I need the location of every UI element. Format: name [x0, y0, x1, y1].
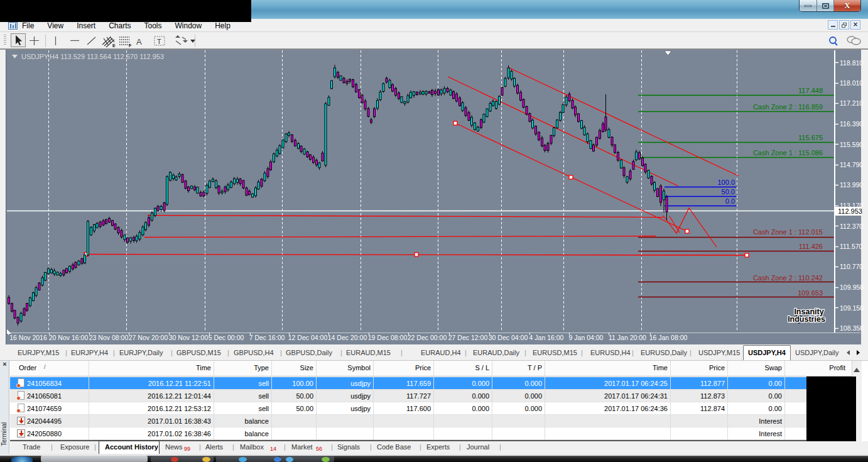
svg-text:A: A	[136, 37, 142, 47]
svg-text:Cash Zone 2 : 110.242: Cash Zone 2 : 110.242	[753, 274, 823, 282]
svg-text:9 Jan 04:00: 9 Jan 04:00	[569, 334, 604, 341]
svg-text:112.370: 112.370	[840, 223, 863, 230]
svg-text:114.790: 114.790	[840, 161, 863, 168]
svg-text:E: E	[112, 43, 116, 48]
svg-text:T: T	[157, 38, 161, 45]
svg-text:20 Nov 16:00: 20 Nov 16:00	[49, 334, 89, 341]
svg-text:108.350: 108.350	[840, 324, 864, 332]
svg-text:109.950: 109.950	[840, 283, 864, 291]
svg-text:11 Jan 20:00: 11 Jan 20:00	[609, 334, 646, 341]
svg-text:118.810: 118.810	[840, 59, 863, 67]
svg-text:117.210: 117.210	[840, 99, 863, 107]
svg-text:7 Dec 16:00: 7 Dec 16:00	[249, 334, 285, 341]
svg-text:16 Nov 2016: 16 Nov 2016	[9, 334, 47, 341]
svg-text:Cash Zone 2 : 116.859: Cash Zone 2 : 116.859	[753, 103, 823, 111]
svg-text:Industries: Industries	[788, 315, 825, 324]
svg-text:22 Dec 00:00: 22 Dec 00:00	[408, 334, 447, 341]
svg-text:115.675: 115.675	[798, 134, 823, 141]
svg-text:12 Dec 04:00: 12 Dec 04:00	[288, 334, 328, 341]
svg-text:14 Dec 20:00: 14 Dec 20:00	[328, 334, 367, 341]
svg-text:Cash Zone 1 : 115.086: Cash Zone 1 : 115.086	[753, 149, 823, 157]
svg-text:50.0: 50.0	[722, 188, 735, 195]
svg-text:116.390: 116.390	[840, 120, 863, 128]
svg-text:27 Nov 20:00: 27 Nov 20:00	[129, 334, 168, 341]
svg-text:111.570: 111.570	[840, 243, 863, 250]
svg-text:30 Dec 04:00: 30 Dec 04:00	[489, 334, 528, 341]
svg-text:110.770: 110.770	[840, 263, 863, 270]
svg-text:111.426: 111.426	[799, 243, 823, 250]
svg-text:F: F	[129, 43, 132, 48]
svg-text:113.990: 113.990	[840, 181, 863, 189]
svg-text:109.150: 109.150	[840, 304, 864, 312]
svg-text:100.0: 100.0	[717, 179, 735, 186]
svg-text:5 Dec 00:00: 5 Dec 00:00	[209, 334, 244, 341]
svg-text:USDJPY,H4 113.529 113.564 112: USDJPY,H4 113.529 113.564 112.670 112.95…	[21, 53, 164, 60]
svg-text:117.448: 117.448	[798, 87, 823, 94]
svg-text:4 Jan 16:00: 4 Jan 16:00	[529, 334, 564, 341]
svg-text:0.0: 0.0	[725, 197, 735, 205]
svg-text:19 Dec 08:00: 19 Dec 08:00	[368, 334, 408, 341]
svg-text:112.953: 112.953	[838, 207, 862, 215]
svg-text:115.590: 115.590	[840, 141, 863, 148]
svg-text:30 Nov 12:00: 30 Nov 12:00	[169, 334, 209, 341]
svg-text:109.653: 109.653	[798, 289, 823, 297]
svg-text:118.010: 118.010	[840, 79, 863, 87]
svg-text:Cash Zone 1 : 112.015: Cash Zone 1 : 112.015	[753, 228, 823, 236]
svg-text:27 Dec 12:00: 27 Dec 12:00	[448, 334, 488, 341]
svg-text:16 Jan 08:00: 16 Jan 08:00	[649, 334, 688, 341]
svg-text:23 Nov 08:00: 23 Nov 08:00	[89, 334, 129, 341]
